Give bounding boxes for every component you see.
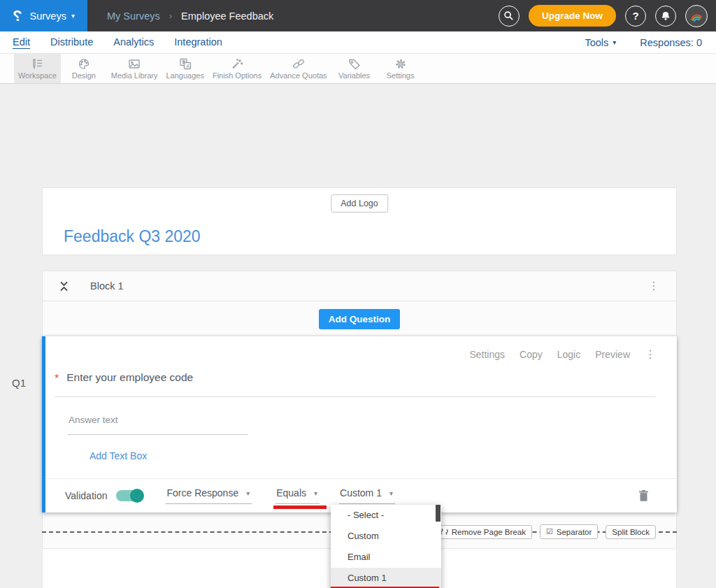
chevron-down-icon: ▾ — [71, 12, 75, 20]
block-kebab-menu-icon[interactable]: ⋮ — [648, 280, 659, 292]
toolbar-settings[interactable]: Settings — [378, 54, 424, 83]
force-response-value: Force Response — [166, 487, 238, 499]
question-copy-link[interactable]: Copy — [520, 349, 543, 360]
broken-link-icon — [441, 528, 448, 536]
help-button[interactable]: ? — [625, 6, 646, 27]
chevron-down-icon: ▾ — [314, 489, 317, 497]
question1-card: Settings Copy Logic Preview ⋮ * Enter yo… — [42, 336, 677, 512]
annotation-underline-equals — [273, 505, 327, 509]
toolbar-finish-options-label: Finish Options — [213, 71, 262, 80]
toolbar-advance-quotas[interactable]: Advance Quotas — [266, 54, 331, 83]
tag-icon — [348, 58, 361, 70]
force-response-select[interactable]: Force Response ▾ — [166, 487, 252, 504]
toolbar-media-library[interactable]: Media Library — [107, 54, 162, 83]
toolbar-languages-label: Languages — [166, 71, 203, 80]
survey-canvas: Add Logo Feedback Q3 2020 Block 1 ⋮ Add … — [0, 84, 716, 588]
toggle-knob — [130, 489, 144, 503]
chevron-down-icon: ▾ — [246, 489, 250, 497]
breadcrumb-current: Employee Feedback — [181, 10, 273, 22]
page-break-buttons: Remove Page Break ☑ Separator Split Bloc… — [434, 524, 656, 539]
question1-kebab-menu-icon[interactable]: ⋮ — [645, 349, 656, 360]
magic-wand-icon — [231, 58, 243, 70]
separator-button[interactable]: ☑ Separator — [540, 524, 598, 539]
validation-toggle[interactable] — [116, 490, 143, 501]
svg-text:A: A — [186, 63, 189, 69]
add-logo-button[interactable]: Add Logo — [331, 194, 388, 213]
required-asterisk-icon: * — [55, 373, 59, 385]
question-logic-link[interactable]: Logic — [557, 349, 580, 360]
toolbar-design-label: Design — [72, 71, 96, 80]
operator-value: Equals — [276, 487, 306, 499]
add-question-strip: Add Question — [43, 301, 676, 336]
tab-analytics[interactable]: Analytics — [113, 36, 154, 48]
search-button[interactable] — [499, 6, 520, 27]
tab-integration[interactable]: Integration — [174, 36, 222, 48]
tools-dropdown[interactable]: Tools ▾ — [585, 37, 616, 48]
dropdown-option-select[interactable]: - Select - — [331, 505, 441, 526]
chevron-down-icon: ▾ — [389, 489, 393, 497]
question1-text[interactable]: Enter your employee code — [66, 371, 193, 384]
split-block-label: Split Block — [612, 528, 650, 536]
tools-label: Tools — [585, 37, 608, 48]
delete-validation-button[interactable] — [638, 489, 649, 502]
toolbar-media-library-label: Media Library — [111, 71, 158, 80]
palette-icon — [78, 58, 90, 70]
questionpro-logo-icon: ? — [13, 8, 22, 24]
add-question-button[interactable]: Add Question — [319, 309, 401, 329]
toolbar-design[interactable]: Design — [61, 54, 107, 83]
question1-gutter-label: Q1 — [12, 377, 26, 389]
toolbar-settings-label: Settings — [387, 71, 415, 80]
trash-icon — [638, 489, 649, 502]
brand-menu[interactable]: ? Surveys ▾ — [0, 0, 87, 31]
chevron-down-icon: ▾ — [613, 38, 616, 46]
toolbar-workspace[interactable]: Workspace — [14, 54, 61, 83]
remove-page-break-label: Remove Page Break — [452, 528, 526, 536]
remove-page-break-button[interactable]: Remove Page Break — [434, 525, 532, 539]
validation-field-select[interactable]: Custom 1 ▾ — [339, 487, 395, 504]
bell-icon — [660, 10, 671, 22]
split-block-button[interactable]: Split Block — [606, 525, 656, 539]
toolbar-languages[interactable]: A Languages — [162, 54, 208, 83]
question-preview-link[interactable]: Preview — [595, 349, 630, 360]
editor-toolbar: Workspace Design Media Library A Languag… — [0, 54, 716, 84]
upgrade-now-button[interactable]: Upgrade Now — [529, 5, 616, 27]
toolbar-advance-quotas-label: Advance Quotas — [270, 71, 327, 80]
question1-text-row: * Enter your employee code — [55, 371, 656, 397]
question-settings-link[interactable]: Settings — [469, 349, 505, 360]
dropdown-option-custom[interactable]: Custom — [331, 526, 441, 547]
toolbar-variables[interactable]: Variables — [331, 54, 378, 83]
operator-select[interactable]: Equals ▾ — [275, 487, 320, 504]
dropdown-option-custom1[interactable]: Custom 1 — [331, 568, 441, 588]
checkbox-checked-icon: ☑ — [546, 527, 553, 536]
survey-title[interactable]: Feedback Q3 2020 — [64, 227, 201, 246]
question-mark-icon: ? — [632, 10, 638, 22]
validation-field-value: Custom 1 — [340, 487, 382, 499]
brand-label: Surveys — [30, 10, 66, 22]
gear-icon — [394, 58, 407, 70]
avatar-rainbow-icon — [689, 10, 703, 22]
toolbar-variables-label: Variables — [338, 71, 370, 80]
tab-edit[interactable]: Edit — [13, 36, 30, 49]
user-avatar[interactable] — [685, 5, 708, 27]
dropdown-scrollbar-thumb[interactable] — [436, 505, 441, 522]
answer-text-placeholder[interactable]: Answer text — [69, 415, 248, 435]
collapse-block-icon[interactable] — [59, 281, 69, 292]
chain-icon — [292, 58, 305, 70]
translate-icon: A — [179, 58, 192, 70]
validation-label: Validation — [65, 490, 107, 501]
dropdown-option-email[interactable]: Email — [331, 547, 441, 568]
add-text-box-link[interactable]: Add Text Box — [90, 450, 147, 461]
validation-dropdown-panel: - Select - Custom Email Custom 1 Custom … — [331, 505, 441, 588]
block-header: Block 1 ⋮ — [43, 271, 676, 301]
responses-count: Responses: 0 — [640, 37, 702, 48]
search-icon — [503, 10, 514, 21]
breadcrumb-separator-icon: › — [169, 10, 172, 21]
breadcrumb-my-surveys[interactable]: My Surveys — [107, 10, 160, 22]
question1-actions: Settings Copy Logic Preview ⋮ — [469, 349, 656, 360]
survey-nav: Edit Distribute Analytics Integration To… — [0, 31, 716, 54]
toolbar-finish-options[interactable]: Finish Options — [208, 54, 266, 83]
tab-distribute[interactable]: Distribute — [50, 36, 93, 48]
toolbar-workspace-label: Workspace — [18, 71, 57, 80]
notifications-button[interactable] — [655, 6, 676, 27]
block-title[interactable]: Block 1 — [90, 280, 124, 292]
